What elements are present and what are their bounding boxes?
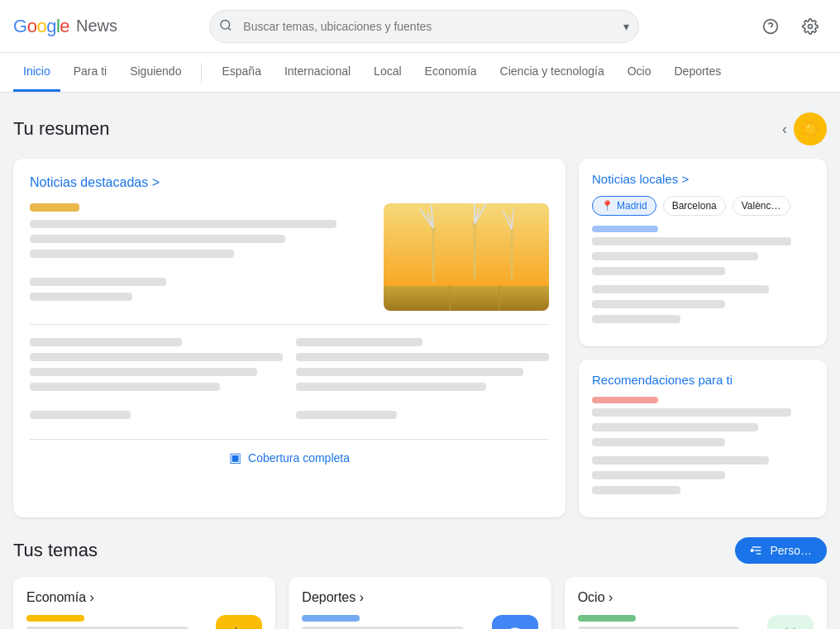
coverage-footer[interactable]: ▣ Cobertura completa [30, 439, 549, 465]
settings-button[interactable] [794, 10, 827, 43]
skel-date-1 [30, 411, 131, 419]
skeleton-date [30, 278, 166, 286]
skel-headline-2c [296, 383, 486, 391]
chevron-left-icon[interactable]: ‹ [782, 121, 787, 138]
help-button[interactable] [754, 10, 787, 43]
personalizar-button[interactable]: Perso… [735, 537, 827, 564]
news-bottom-item-2 [296, 338, 549, 426]
news-logo-text: News [76, 17, 117, 36]
recommendations-link[interactable]: Recomendaciones para ti [592, 373, 814, 387]
coverage-text: Cobertura completa [248, 451, 350, 465]
nav-bar: Inicio Para ti Siguiendo España Internac… [0, 53, 840, 93]
logo-area: Google News [13, 16, 146, 37]
tema-card-ocio: Ocio › [565, 577, 827, 629]
tema-deportes-content [302, 615, 537, 629]
tema-card-deportes: Deportes › [289, 577, 551, 629]
chip-madrid[interactable]: 📍 Madrid [592, 196, 656, 216]
search-icon [219, 18, 232, 34]
skel-rec-tag-1 [592, 397, 658, 403]
nav-item-para-ti[interactable]: Para ti [64, 53, 117, 92]
svg-point-27 [752, 550, 754, 552]
nav-item-inicio[interactable]: Inicio [13, 53, 60, 92]
news-text-large [30, 203, 370, 311]
skeleton-headline-2 [30, 235, 285, 243]
local-news-card: Noticias locales > 📍 Madrid Barcelona Va… [579, 159, 827, 346]
svg-rect-5 [384, 203, 549, 286]
deportes-icon [492, 615, 538, 629]
weather-icon: ☀️ [794, 112, 827, 145]
skel-headline-2a [296, 353, 549, 361]
header: Google News ▾ [0, 0, 840, 53]
rec-news-item-1 [592, 397, 814, 446]
tema-card-ocio-header: Ocio › [578, 590, 814, 605]
nav-item-espana[interactable]: España [212, 53, 270, 92]
svg-rect-6 [384, 286, 549, 311]
skeleton-headline-1 [30, 220, 336, 228]
news-bottom-grid [30, 338, 549, 426]
chip-valencia[interactable]: Valènc… [733, 196, 790, 216]
coverage-icon: ▣ [229, 450, 241, 465]
news-bottom-item-1 [30, 338, 283, 426]
weather-widget: ‹ ☀️ [782, 112, 827, 145]
recommendations-card: Recomendaciones para ti [579, 360, 827, 517]
local-news-link[interactable]: Noticias locales > [592, 172, 814, 186]
main-content: Tu resumen ‹ ☀️ Noticias destacadas > [0, 93, 840, 629]
search-input[interactable] [209, 10, 639, 43]
personalizar-label: Perso… [770, 544, 812, 557]
pin-icon: 📍 [601, 200, 613, 212]
google-logo: Google [13, 16, 69, 37]
tema-card-economia-header: Economía › [26, 590, 262, 605]
tus-temas-title: Tus temas [13, 540, 98, 561]
chip-madrid-label: Madrid [617, 200, 647, 212]
featured-news-link[interactable]: Noticias destacadas > [30, 175, 549, 190]
svg-line-1 [228, 27, 231, 30]
nav-item-ciencia[interactable]: Ciencia y tecnología [490, 53, 614, 92]
skel-headline-1c [30, 383, 220, 391]
skel-source-2 [296, 338, 422, 346]
search-bar: ▾ [209, 10, 639, 43]
tema-economia-content [26, 615, 262, 629]
skel-headline-1a [30, 353, 283, 361]
sidebar: Noticias locales > 📍 Madrid Barcelona Va… [579, 159, 827, 517]
svg-point-0 [221, 20, 230, 29]
skeleton-tag [30, 203, 79, 212]
location-chips: 📍 Madrid Barcelona Valènc… [592, 196, 814, 216]
content-grid: Noticias destacadas > [13, 159, 827, 517]
featured-news-card: Noticias destacadas > [13, 159, 566, 517]
local-news-item-1 [592, 226, 814, 275]
economia-icon [216, 615, 262, 629]
nav-item-economia[interactable]: Economía [415, 53, 487, 92]
nav-item-deportes[interactable]: Deportes [664, 53, 731, 92]
chip-barcelona-label: Barcelona [672, 200, 717, 212]
skel-source-1 [30, 338, 182, 346]
resumen-section-header: Tu resumen ‹ ☀️ [13, 112, 827, 145]
nav-separator [201, 63, 202, 83]
skel-headline-2b [296, 368, 523, 376]
resumen-title: Tu resumen [13, 118, 110, 140]
chip-valencia-label: Valènc… [742, 200, 781, 212]
tema-deportes-text [302, 615, 481, 629]
tema-ocio-link[interactable]: Ocio › [578, 590, 613, 605]
tus-temas-section: Tus temas Perso… Economía › [13, 537, 827, 629]
nav-item-internacional[interactable]: Internacional [274, 53, 360, 92]
tema-card-economia: Economía › [13, 577, 275, 629]
local-news-item-2 [592, 285, 814, 323]
tema-ocio-text [578, 615, 757, 629]
tema-card-deportes-header: Deportes › [302, 590, 537, 605]
tema-economia-link[interactable]: Economía › [26, 590, 94, 605]
skel-date-2 [296, 411, 397, 419]
news-item-large [30, 203, 549, 325]
skeleton-headline-3 [30, 250, 234, 258]
tema-ocio-content [578, 615, 814, 629]
search-dropdown-icon[interactable]: ▾ [623, 20, 629, 33]
ocio-icon [767, 615, 814, 629]
nav-item-siguiendo[interactable]: Siguiendo [120, 53, 191, 92]
nav-item-local[interactable]: Local [364, 53, 411, 92]
nav-item-ocio[interactable]: Ocio [618, 53, 661, 92]
svg-point-4 [808, 24, 812, 28]
tus-temas-header: Tus temas Perso… [13, 537, 827, 564]
header-icons [754, 10, 827, 43]
wind-farm-image [384, 203, 549, 311]
tema-deportes-link[interactable]: Deportes › [302, 590, 364, 605]
chip-barcelona[interactable]: Barcelona [663, 196, 726, 216]
